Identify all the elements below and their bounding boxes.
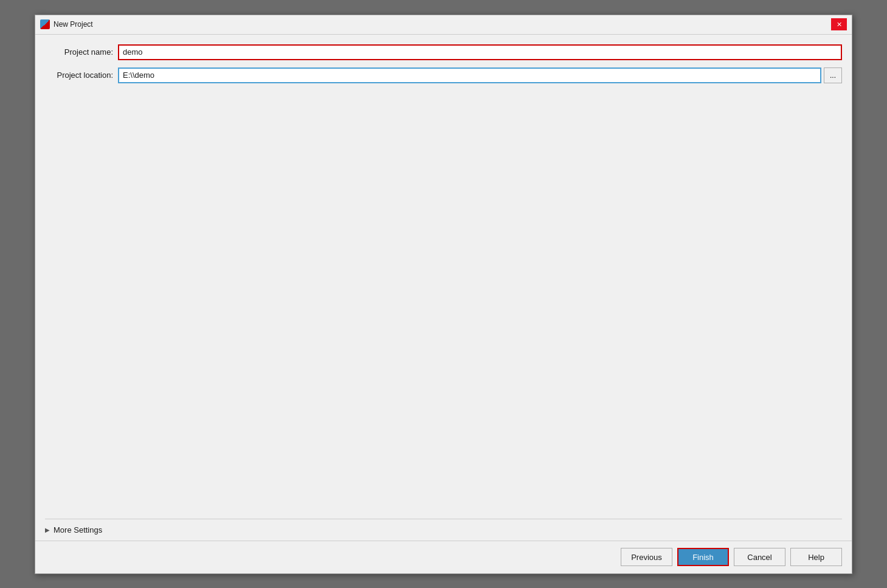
more-settings-toggle[interactable]: ▶ More Settings [45,524,842,536]
chevron-right-icon: ▶ [45,527,50,533]
dialog-icon [40,19,50,29]
more-settings-label: More Settings [53,525,102,534]
project-location-label: Project location: [45,71,118,80]
title-bar-left: New Project [40,19,93,29]
project-name-row: Project name: [45,44,842,60]
title-bar: New Project ✕ [35,15,852,35]
main-area [45,91,842,519]
browse-button[interactable]: ... [824,67,842,83]
cancel-button[interactable]: Cancel [734,548,785,566]
previous-button[interactable]: Previous [621,548,672,566]
more-settings-section: ▶ More Settings [45,519,842,541]
project-name-input[interactable] [118,44,842,60]
project-location-input[interactable] [118,67,821,83]
project-name-label: Project name: [45,47,118,57]
new-project-dialog: New Project ✕ Project name: Project loca… [35,15,852,574]
project-location-row: Project location: ... [45,67,842,83]
close-button[interactable]: ✕ [831,18,847,30]
finish-button[interactable]: Finish [677,548,729,566]
help-button[interactable]: Help [790,548,842,566]
bottom-bar: Previous Finish Cancel Help [35,541,852,573]
title-bar-controls: ✕ [831,18,847,30]
dialog-title: New Project [53,20,93,29]
dialog-content: Project name: Project location: ... ▶ Mo… [35,35,852,541]
